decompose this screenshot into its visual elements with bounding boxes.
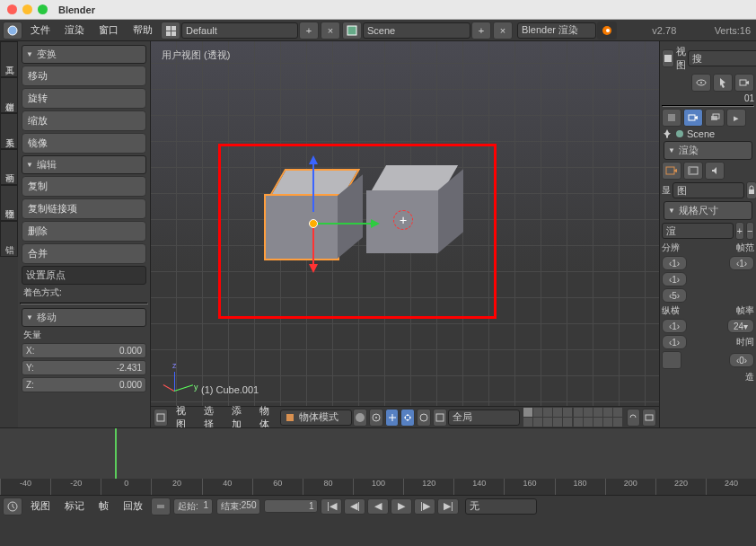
delete-scene-button[interactable]: × bbox=[493, 22, 513, 40]
time-field[interactable]: ‹0› bbox=[729, 353, 754, 367]
eye-icon[interactable] bbox=[691, 74, 711, 92]
timeline-editor-icon[interactable] bbox=[3, 498, 22, 515]
tl-menu-playback[interactable]: 回放 bbox=[116, 498, 150, 515]
menu-window[interactable]: 窗口 bbox=[92, 22, 126, 39]
cursor-icon[interactable] bbox=[713, 74, 733, 92]
tl-menu-marker[interactable]: 标记 bbox=[57, 498, 92, 515]
add-screen-button[interactable]: + bbox=[299, 22, 319, 40]
editor-type-icon[interactable] bbox=[3, 22, 22, 40]
range-icon[interactable] bbox=[151, 498, 171, 515]
sync-dropdown[interactable]: 无 bbox=[465, 498, 537, 515]
tab-create[interactable]: 创建 bbox=[0, 77, 18, 113]
close-window-button[interactable] bbox=[7, 4, 17, 14]
menu-file[interactable]: 文件 bbox=[23, 22, 57, 39]
3d-viewport[interactable]: 用户视图 (透视) z y (1) Cube.001 视图 选择 添加 物体 物… bbox=[151, 41, 659, 427]
dimensions-panel-header[interactable]: 规格尺寸 bbox=[664, 201, 752, 220]
duplicate-button[interactable]: 复制 bbox=[22, 176, 146, 197]
res-y-field[interactable]: ‹1› bbox=[662, 272, 687, 286]
tab-animation[interactable]: 动画 bbox=[0, 149, 18, 185]
prev-keyframe-button[interactable]: ◀| bbox=[344, 498, 365, 515]
next-keyframe-button[interactable]: |▶ bbox=[414, 498, 435, 515]
manipulator-rotate-icon[interactable] bbox=[417, 409, 431, 427]
rotate-button[interactable]: 旋转 bbox=[22, 88, 146, 109]
tl-menu-frame[interactable]: 帧 bbox=[92, 498, 116, 515]
maximize-window-button[interactable] bbox=[38, 4, 48, 14]
gizmo-z-axis[interactable] bbox=[312, 158, 314, 212]
tab-other[interactable]: 错 bbox=[0, 221, 18, 257]
viewport-editor-icon[interactable] bbox=[154, 409, 168, 427]
mode-dropdown[interactable]: 物体模式 bbox=[280, 410, 352, 426]
render-tab-icon[interactable] bbox=[683, 109, 703, 127]
display-dropdown[interactable]: 图 bbox=[672, 182, 744, 198]
render-anim-button[interactable] bbox=[683, 162, 703, 180]
aspect-x-field[interactable]: ‹1› bbox=[662, 319, 687, 333]
vector-z-field[interactable]: Z:0.000 bbox=[22, 377, 146, 392]
manipulator-scale-icon[interactable] bbox=[433, 409, 447, 427]
layers-tab-icon[interactable] bbox=[705, 109, 725, 127]
frame-end-box[interactable]: 结束:250 bbox=[216, 498, 260, 515]
transform-panel-header[interactable]: 变换 bbox=[22, 45, 146, 64]
snap-icon[interactable] bbox=[627, 409, 641, 427]
add-preset-button[interactable]: + bbox=[735, 222, 744, 240]
more-tab-icon[interactable]: ▸ bbox=[726, 109, 746, 127]
frame-start-field[interactable]: ‹1› bbox=[729, 256, 754, 270]
border-checkbox[interactable] bbox=[662, 351, 681, 369]
fps-field[interactable]: 24▾ bbox=[727, 319, 754, 333]
res-pct-field[interactable]: ‹5› bbox=[662, 288, 687, 303]
duplicate-linked-button[interactable]: 复制链接项 bbox=[22, 198, 146, 219]
render-panel-header[interactable]: 渲染 bbox=[664, 141, 752, 160]
preset-dropdown[interactable]: 渲 bbox=[662, 223, 734, 239]
screen-layout-dropdown[interactable]: Default bbox=[181, 22, 298, 39]
render-engine-dropdown[interactable]: Blender 渲染 bbox=[517, 22, 596, 39]
tab-physics[interactable]: 物理 bbox=[0, 185, 18, 221]
gizmo-x-axis[interactable] bbox=[312, 225, 314, 270]
vector-x-field[interactable]: X:0.000 bbox=[22, 343, 146, 358]
mirror-button[interactable]: 镜像 bbox=[22, 133, 146, 154]
manipulator-toggle[interactable] bbox=[385, 409, 400, 427]
remove-preset-button[interactable]: − bbox=[746, 222, 755, 240]
lock-icon[interactable] bbox=[746, 181, 756, 199]
render-image-button[interactable] bbox=[662, 162, 681, 180]
move-button[interactable]: 移动 bbox=[22, 66, 146, 86]
vp-menu-view[interactable]: 视图 bbox=[169, 402, 197, 428]
tab-relations[interactable]: 关系 bbox=[0, 113, 18, 149]
orientation-dropdown[interactable]: 全局 bbox=[448, 410, 520, 426]
current-frame-box[interactable]: 1 bbox=[264, 499, 318, 513]
join-button[interactable]: 合并 bbox=[22, 243, 146, 264]
render-preview-icon[interactable] bbox=[642, 409, 656, 427]
search-field[interactable]: 搜 bbox=[688, 50, 756, 66]
menu-render[interactable]: 渲染 bbox=[57, 22, 92, 39]
timeline-track[interactable]: -40 -20 0 20 40 60 80 100 120 140 160 18… bbox=[0, 428, 756, 495]
layers-widget[interactable] bbox=[523, 408, 622, 427]
view-label[interactable]: 视图 bbox=[676, 45, 686, 72]
scene-icon[interactable] bbox=[342, 22, 362, 40]
scale-button[interactable]: 缩放 bbox=[22, 110, 146, 131]
scene-dropdown[interactable]: Scene bbox=[363, 22, 470, 39]
play-button[interactable]: ▶ bbox=[391, 498, 412, 515]
cube-selected[interactable] bbox=[266, 181, 347, 262]
pin-icon[interactable] bbox=[662, 128, 672, 139]
res-x-field[interactable]: ‹1› bbox=[662, 256, 687, 270]
aspect-y-field[interactable]: ‹1› bbox=[662, 335, 687, 349]
vp-menu-select[interactable]: 选择 bbox=[197, 402, 224, 428]
play-reverse-button[interactable]: ◀ bbox=[367, 498, 389, 515]
vector-y-field[interactable]: Y:-2.431 bbox=[22, 360, 146, 375]
pivot-icon[interactable] bbox=[369, 409, 383, 427]
jump-end-button[interactable]: ▶| bbox=[437, 498, 459, 515]
last-operator-header[interactable]: 移动 bbox=[22, 308, 146, 327]
props-editor-icon[interactable] bbox=[662, 109, 681, 127]
delete-screen-button[interactable]: × bbox=[321, 22, 340, 40]
menu-help[interactable]: 帮助 bbox=[126, 22, 160, 39]
jump-start-button[interactable]: |◀ bbox=[321, 498, 342, 515]
manipulator-move-icon[interactable] bbox=[400, 409, 415, 427]
gizmo-y-axis[interactable] bbox=[314, 223, 377, 225]
vp-menu-object[interactable]: 物体 bbox=[252, 402, 280, 428]
edit-panel-header[interactable]: 编辑 bbox=[22, 155, 146, 174]
vp-menu-add[interactable]: 添加 bbox=[224, 402, 252, 428]
set-origin-dropdown[interactable]: 设置原点 bbox=[22, 266, 146, 285]
camera-icon[interactable] bbox=[734, 74, 754, 92]
tab-tools[interactable]: 工具 bbox=[0, 41, 18, 77]
screen-layout-icon[interactable] bbox=[161, 22, 180, 40]
add-scene-button[interactable]: + bbox=[471, 22, 491, 40]
shading-icon[interactable] bbox=[353, 409, 367, 427]
